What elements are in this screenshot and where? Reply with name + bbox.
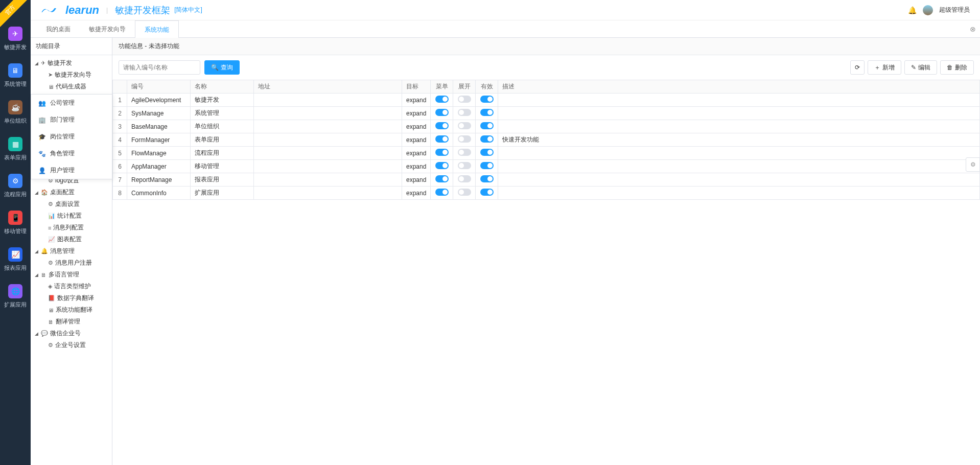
toggle[interactable] — [480, 96, 494, 103]
sidebar-item-7[interactable]: 🌐扩展应用 — [0, 278, 31, 315]
tree-node-12[interactable]: ⚙桌面设置 — [31, 198, 112, 210]
edit-button[interactable]: ✎编辑 — [904, 60, 937, 75]
toggle[interactable] — [435, 149, 449, 156]
tree-node-0[interactable]: ◢✈敏捷开发 — [31, 57, 112, 69]
submenu-item-3[interactable]: 🐾角色管理 — [31, 145, 112, 162]
sidebar-item-5[interactable]: 📱移动管理 — [0, 204, 31, 241]
tree-label: 代码生成器 — [56, 82, 86, 91]
toggle[interactable] — [458, 189, 471, 196]
sidebar-item-4[interactable]: ⚙流程应用 — [0, 168, 31, 204]
table-row[interactable]: 1 AgileDevelopment 敏捷开发 expand — [113, 94, 980, 107]
cell-menu — [431, 94, 453, 107]
tree-icon: ⚙ — [48, 342, 53, 348]
table-row[interactable]: 7 ReportManage 报表应用 expand — [113, 173, 980, 187]
tree-node-23[interactable]: ◢💬微信企业号 — [31, 328, 112, 339]
toggle[interactable] — [435, 175, 449, 182]
cell-desc — [498, 160, 980, 173]
sidebar-item-6[interactable]: 📈报表应用 — [0, 241, 31, 278]
tree-node-24[interactable]: ⚙企业号设置 — [31, 339, 112, 351]
toggle[interactable] — [480, 189, 494, 196]
cell-addr — [254, 133, 402, 147]
toggle[interactable] — [480, 162, 494, 169]
table-row[interactable]: 3 BaseManage 单位组织 expand — [113, 120, 980, 133]
table-row[interactable]: 5 FlowManage 流程应用 expand — [113, 147, 980, 160]
table-row[interactable]: 6 AppManager 移动管理 expand — [113, 160, 980, 173]
tree-node-11[interactable]: ◢🏠桌面配置 — [31, 187, 112, 198]
toggle[interactable] — [480, 149, 494, 156]
tree-node-14[interactable]: ≡消息列配置 — [31, 222, 112, 234]
toggle[interactable] — [480, 175, 494, 182]
cell-menu — [431, 133, 453, 147]
search-input[interactable] — [119, 60, 200, 75]
sidebar-item-3[interactable]: ▦表单应用 — [0, 131, 31, 168]
table-row[interactable]: 4 FormManager 表单应用 expand 快速开发功能 — [113, 133, 980, 147]
sidebar-label: 扩展应用 — [4, 301, 27, 309]
col-valid: 有效 — [476, 80, 498, 94]
toggle[interactable] — [435, 122, 449, 129]
toggle[interactable] — [458, 135, 471, 143]
search-button[interactable]: 🔍查询 — [204, 60, 240, 75]
toggle[interactable] — [435, 189, 449, 196]
tree-node-1[interactable]: ➤敏捷开发向导 — [31, 69, 112, 81]
submenu-item-0[interactable]: 👥公司管理 — [31, 95, 112, 111]
delete-button[interactable]: 🗑删除 — [940, 60, 974, 75]
add-button[interactable]: ＋新增 — [868, 60, 901, 75]
submenu-item-1[interactable]: 🏢部门管理 — [31, 111, 112, 128]
tab-2[interactable]: 系统功能 — [135, 20, 179, 38]
tree-label: 统计配置 — [57, 212, 82, 220]
cell-addr — [254, 147, 402, 160]
tree-label: 消息用户注册 — [55, 259, 92, 267]
tree-node-20[interactable]: 📕数据字典翻译 — [31, 292, 112, 304]
tree-node-15[interactable]: 📈图表配置 — [31, 234, 112, 245]
tree-node-13[interactable]: 📊统计配置 — [31, 210, 112, 222]
bell-icon[interactable]: 🔔 — [908, 6, 917, 14]
tree-node-18[interactable]: ◢🗎多语言管理 — [31, 269, 112, 281]
toggle[interactable] — [480, 122, 494, 129]
tree-label: 桌面设置 — [55, 200, 80, 208]
toggle[interactable] — [458, 175, 471, 182]
settings-gear-icon[interactable]: ⚙ — [966, 157, 980, 172]
toggle[interactable] — [458, 122, 471, 129]
toggle[interactable] — [480, 109, 494, 116]
refresh-button[interactable]: ⟳ — [850, 60, 865, 75]
tree-node-21[interactable]: 🖥系统功能翻译 — [31, 304, 112, 316]
toggle[interactable] — [458, 109, 471, 116]
cell-name: 表单应用 — [191, 133, 254, 147]
toggle[interactable] — [435, 135, 449, 143]
submenu-item-4[interactable]: 👤用户管理 — [31, 162, 112, 179]
tree-node-17[interactable]: ⚙消息用户注册 — [31, 257, 112, 269]
tree-node-2[interactable]: 🖥代码生成器 — [31, 81, 112, 92]
language-switch[interactable]: [简体中文] — [174, 6, 202, 14]
toggle[interactable] — [435, 109, 449, 116]
tree-icon: ◈ — [48, 283, 52, 290]
col-desc: 描述 — [498, 80, 980, 94]
cell-desc — [498, 120, 980, 133]
tree-node-16[interactable]: ◢🔔消息管理 — [31, 245, 112, 257]
cell-idx: 3 — [113, 120, 127, 133]
tree-node-22[interactable]: 🗎翻译管理 — [31, 316, 112, 328]
toggle[interactable] — [458, 162, 471, 169]
cell-target: expand — [402, 133, 431, 147]
toggle[interactable] — [435, 162, 449, 169]
caret-icon: ◢ — [35, 249, 39, 254]
submenu-label: 角色管理 — [50, 149, 75, 158]
submenu-item-2[interactable]: 🎓岗位管理 — [31, 128, 112, 145]
sidebar-item-1[interactable]: 🖥系统管理 — [0, 57, 31, 94]
tree-node-19[interactable]: ◈语言类型维护 — [31, 281, 112, 292]
toggle[interactable] — [458, 149, 471, 156]
table-row[interactable]: 2 SysManage 系统管理 expand — [113, 107, 980, 120]
tree-label: 敏捷开发向导 — [55, 71, 91, 79]
table-row[interactable]: 8 CommonInfo 扩展应用 expand — [113, 187, 980, 200]
avatar[interactable] — [923, 5, 933, 15]
toggle[interactable] — [435, 96, 449, 103]
sidebar-icon: ☕ — [8, 100, 22, 114]
sidebar-item-2[interactable]: ☕单位组织 — [0, 94, 31, 131]
tab-0[interactable]: 我的桌面 — [37, 20, 80, 38]
username[interactable]: 超级管理员 — [939, 6, 970, 14]
cell-name: 报表应用 — [191, 173, 254, 187]
toolbar: 🔍查询 ⟳ ＋新增 ✎编辑 🗑删除 — [112, 55, 980, 80]
toggle[interactable] — [458, 96, 471, 103]
tab-close-all-icon[interactable]: ⊗ — [970, 25, 976, 33]
tab-1[interactable]: 敏捷开发向导 — [80, 20, 135, 38]
toggle[interactable] — [480, 135, 494, 143]
